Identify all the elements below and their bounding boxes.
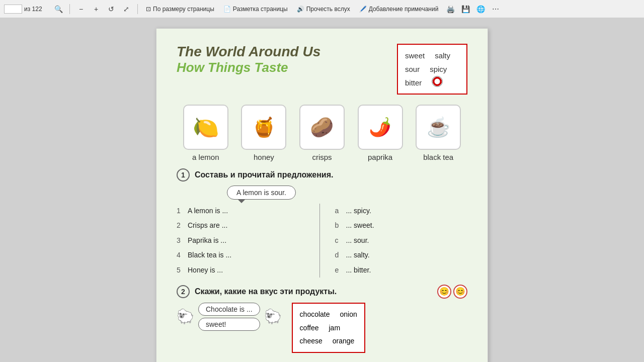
item-honey: 🍯 honey (241, 105, 286, 161)
markup-icon: 📄 (223, 6, 231, 13)
read-icon: 🔊 (297, 6, 304, 13)
answer-b-text: ... sweet. (346, 218, 374, 233)
notes-icon: 🖊️ (359, 6, 367, 13)
ex1-title: Составь и прочитай предложения. (195, 170, 333, 179)
fullscreen-icon[interactable]: ⤢ (120, 3, 132, 15)
answer-d: d ... salty. (335, 248, 468, 262)
answer-e: e ... bitter. (335, 263, 468, 278)
sentence-5: 5 Honey is ... (177, 263, 309, 278)
sentence-2-text: Crisps are ... (188, 218, 227, 233)
word-bitter: bitter (405, 76, 422, 89)
character-1-icon: 🐑 (177, 308, 194, 325)
notes-button[interactable]: 🖊️ Добавление примечаний (356, 5, 442, 14)
word-row-3: bitter (405, 76, 459, 89)
paprika-image: 🌶️ (358, 105, 403, 150)
sentence-2: 2 Crisps are ... (177, 218, 309, 233)
tea-label: black tea (423, 153, 453, 161)
answer-e-text: ... bitter. (346, 263, 371, 278)
answer-b: b ... sweet. (335, 218, 468, 233)
page-title2: How Things Taste (177, 60, 320, 75)
word-list-box: chocolate onion coffee jam cheese orange (292, 303, 365, 353)
ex2-header: 2 Скажи, какие на вкус эти продукты. 😊 😊 (177, 285, 467, 299)
word-box: sweet salty sour spicy bitter (397, 44, 467, 95)
ex1-num: 1 (177, 168, 190, 182)
word-sweet: sweet (405, 49, 425, 62)
ex2-num: 2 (177, 285, 190, 298)
answer-a: a ... spicy. (335, 204, 468, 218)
lemon-label: a lemon (192, 153, 219, 161)
page-content: The World Around Us How Things Taste swe… (156, 28, 488, 362)
sentences-left: 1 A lemon is ... 2 Crisps are ... 3 Papr… (177, 204, 320, 278)
page-nav: 83 из 122 (4, 5, 49, 14)
reset-icon[interactable]: ↺ (105, 3, 117, 15)
sentence-4: 4 Black tea is ... (177, 248, 309, 262)
save-icon[interactable]: 💾 (459, 3, 471, 15)
word-row-2: sour spicy (405, 62, 459, 76)
word-list-row-3: cheese orange (300, 334, 357, 348)
sentence-5-text: Honey is ... (188, 263, 223, 278)
tea-image: ☕ (416, 105, 461, 150)
paprika-label: paprika (368, 153, 392, 161)
fit-page-button[interactable]: ⊡ По размеру страницы (143, 5, 217, 14)
markup-button[interactable]: 📄 Разметка страницы (220, 5, 291, 14)
translate-icon[interactable]: 🌐 (474, 3, 487, 15)
sentence-1-text: A lemon is ... (188, 204, 228, 218)
word-list-row-1: chocolate onion (300, 308, 357, 321)
title-block: The World Around Us How Things Taste (177, 44, 320, 75)
answer-c: c ... sour. (335, 233, 468, 248)
crisps-label: crisps (312, 153, 332, 161)
word-cheese: cheese (300, 334, 323, 348)
word-chocolate: chocolate (300, 308, 330, 321)
sentence-1: 1 A lemon is ... (177, 204, 309, 218)
zoom-in-button[interactable]: + (90, 3, 102, 15)
answer-a-text: ... spicy. (346, 204, 371, 218)
sentence-4-text: Black tea is ... (188, 248, 231, 262)
search-icon[interactable]: 🔍 (52, 3, 64, 15)
word-row-1: sweet salty (405, 49, 459, 62)
item-crisps: 🥔 crisps (299, 105, 345, 161)
sentence-3-text: Paprika is ... (188, 233, 226, 248)
sentence-3: 3 Paprika is ... (177, 233, 309, 248)
answer-d-text: ... salty. (346, 248, 370, 262)
bubble-group: Chocolate is ... sweet! (198, 303, 260, 331)
separator (69, 4, 70, 14)
more-icon[interactable]: ⋯ (490, 3, 502, 15)
word-sour: sour (405, 62, 420, 76)
cd-icon (432, 76, 443, 87)
header-section: The World Around Us How Things Taste swe… (177, 44, 467, 95)
crisps-image: 🥔 (299, 105, 345, 150)
lemon-image: 🍋 (183, 105, 228, 150)
word-spicy: spicy (430, 62, 447, 76)
item-paprika: 🌶️ paprika (358, 105, 403, 161)
fit-icon: ⊡ (146, 6, 151, 13)
character-2-icon: 🐑 (264, 308, 282, 325)
images-row: 🍋 a lemon 🍯 honey 🥔 crisps 🌶️ (177, 105, 467, 161)
ex1-header: 1 Составь и прочитай предложения. (177, 168, 467, 182)
exercise-2: 2 Скажи, какие на вкус эти продукты. 😊 😊… (177, 285, 467, 353)
ex2-title: Скажи, какие на вкус эти продукты. (195, 287, 337, 296)
face-1: 😊 (437, 285, 451, 299)
ex2-bubble2: sweet! (198, 318, 260, 331)
sentences-right: a ... spicy. b ... sweet. c ... sour. d … (320, 204, 468, 278)
face-2: 😊 (453, 285, 467, 299)
page-input[interactable]: 83 (4, 5, 22, 14)
honey-label: honey (254, 153, 274, 161)
word-list-row-2: coffee jam (300, 321, 357, 335)
print-icon[interactable]: 🖨️ (444, 3, 456, 15)
separator2 (137, 4, 138, 14)
word-jam: jam (329, 321, 341, 335)
word-coffee: coffee (300, 321, 319, 335)
zoom-out-button[interactable]: − (75, 3, 87, 15)
ex2-content: 🐑 Chocolate is ... sweet! 🐑 chocolate on… (177, 303, 467, 353)
toolbar: 83 из 122 🔍 − + ↺ ⤢ ⊡ По размеру страниц… (0, 0, 644, 18)
exercise-1: 1 Составь и прочитай предложения. A lemo… (177, 168, 467, 278)
page-title1: The World Around Us (177, 44, 320, 60)
item-tea: ☕ black tea (416, 105, 461, 161)
emoji-faces: 😊 😊 (437, 285, 467, 299)
ex2-bubble1: Chocolate is ... (198, 303, 260, 316)
answer-c-text: ... sour. (346, 233, 369, 248)
honey-image: 🍯 (241, 105, 286, 150)
read-aloud-button[interactable]: 🔊 Прочесть вслух (294, 5, 353, 14)
main-area: The World Around Us How Things Taste swe… (0, 18, 644, 362)
word-onion: onion (340, 308, 357, 321)
